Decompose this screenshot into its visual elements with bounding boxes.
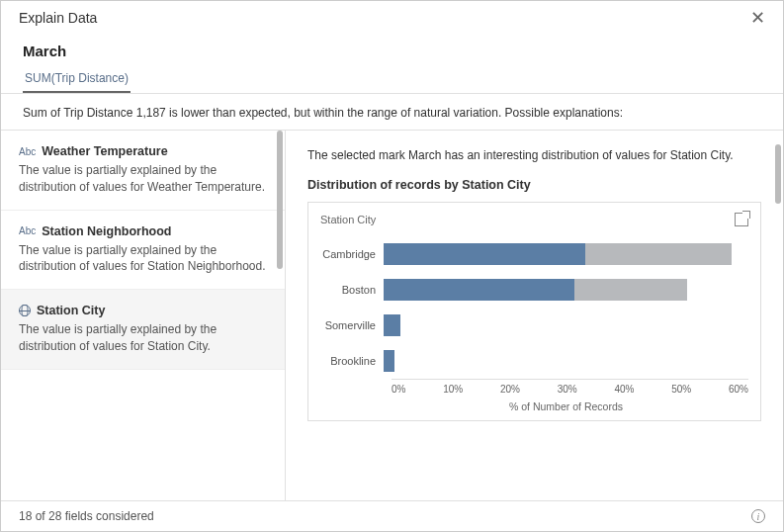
left-scrollbar[interactable] (277, 131, 283, 269)
axis-tick: 20% (500, 384, 520, 395)
explain-data-dialog: Explain Data ✕ March SUM(Trip Distance) … (0, 0, 784, 532)
bar-row: Somerville (320, 308, 748, 343)
fields-considered: 18 of 28 fields considered (19, 509, 154, 523)
explanation-station-neighborhood[interactable]: Abc Station Neighborhood The value is pa… (1, 211, 285, 291)
tab-sum-trip-distance[interactable]: SUM(Trip Distance) (23, 65, 131, 93)
string-field-icon: Abc (19, 225, 36, 236)
close-icon[interactable]: ✕ (750, 9, 765, 27)
explanation-detail: The selected mark March has an interesti… (286, 131, 783, 500)
bar-category-label: Brookline (320, 355, 384, 367)
dialog-title: Explain Data (19, 10, 97, 26)
bar-selected (384, 279, 574, 301)
bar-row: Cambridge (320, 236, 748, 272)
axis-tick: 10% (443, 384, 463, 395)
explanation-weather-temperature[interactable]: Abc Weather Temperature The value is par… (1, 131, 285, 211)
bar-selected (384, 243, 585, 265)
x-axis-ticks: 0%10%20%30%40%50%60% (392, 379, 748, 395)
open-as-viz-icon[interactable] (735, 213, 748, 226)
measure-tabs: SUM(Trip Distance) (1, 65, 783, 94)
detail-subtitle: Distribution of records by Station City (307, 178, 761, 192)
bar-row: Boston (320, 272, 748, 308)
axis-tick: 0% (392, 384, 405, 395)
content-area: Abc Weather Temperature The value is par… (1, 131, 783, 500)
bar-category-label: Cambridge (320, 248, 384, 260)
bar-track[interactable] (384, 314, 748, 336)
geographic-field-icon (19, 305, 31, 316)
bar-selected (384, 314, 400, 336)
bar-selected (384, 350, 394, 372)
distribution-chart: Station City CambridgeBostonSomervilleBr… (307, 202, 761, 421)
bar-track[interactable] (384, 243, 748, 265)
dialog-header: Explain Data ✕ (1, 1, 783, 33)
info-icon[interactable]: i (751, 509, 765, 523)
explanation-title: Weather Temperature (42, 144, 167, 158)
explanation-title: Station City (37, 304, 105, 317)
axis-tick: 30% (558, 384, 577, 395)
bar-track[interactable] (384, 279, 748, 301)
axis-tick: 40% (614, 384, 634, 395)
explanation-desc: The value is partially explained by the … (19, 162, 269, 196)
bar-track[interactable] (384, 350, 748, 372)
explanation-desc: The value is partially explained by the … (19, 242, 269, 276)
summary-text: Sum of Trip Distance 1,187 is lower than… (1, 94, 783, 131)
bar-row: Brookline (320, 343, 748, 379)
axis-tick: 60% (729, 384, 748, 395)
dialog-footer: 18 of 28 fields considered i (1, 500, 783, 531)
string-field-icon: Abc (19, 146, 36, 157)
explanation-title: Station Neighborhood (42, 224, 171, 238)
bar-category-label: Somerville (320, 319, 384, 331)
detail-text: The selected mark March has an interesti… (307, 146, 761, 164)
axis-tick: 50% (671, 384, 691, 395)
right-scrollbar[interactable] (775, 144, 781, 204)
bar-chart-body: CambridgeBostonSomervilleBrookline (320, 236, 748, 379)
chart-field-label: Station City (320, 214, 376, 225)
bar-category-label: Boston (320, 284, 384, 296)
explanations-list[interactable]: Abc Weather Temperature The value is par… (1, 131, 286, 500)
x-axis-label: % of Number of Records (384, 400, 748, 412)
explanation-desc: The value is partially explained by the … (19, 321, 269, 355)
mark-name: March (1, 33, 783, 65)
explanation-station-city[interactable]: Station City The value is partially expl… (1, 290, 285, 370)
